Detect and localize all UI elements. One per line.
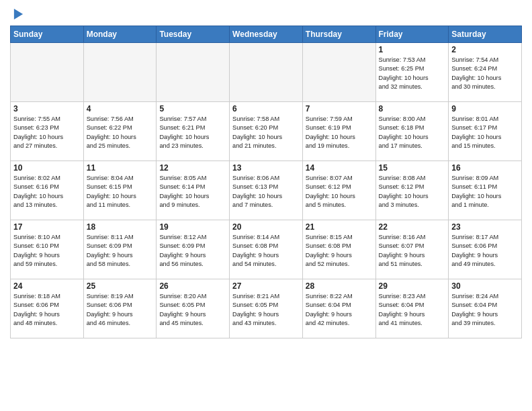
day-number: 15 (379, 163, 446, 173)
day-info: Sunrise: 7:55 AMSunset: 6:23 PMDaylight:… (13, 115, 81, 150)
weekday-header: Friday (375, 26, 449, 43)
day-info: Sunrise: 8:00 AMSunset: 6:18 PMDaylight:… (379, 115, 446, 150)
day-number: 11 (87, 163, 154, 173)
day-number: 22 (379, 222, 446, 232)
day-info: Sunrise: 8:19 AMSunset: 6:06 PMDaylight:… (87, 292, 154, 328)
day-number: 9 (451, 104, 519, 113)
day-info: Sunrise: 8:06 AMSunset: 6:13 PMDaylight:… (232, 174, 300, 210)
day-number: 2 (451, 45, 519, 54)
calendar-week-row: 10Sunrise: 8:02 AMSunset: 6:16 PMDayligh… (11, 161, 522, 220)
day-number: 7 (306, 104, 373, 113)
calendar-day: 6Sunrise: 7:58 AMSunset: 6:20 PMDaylight… (230, 102, 303, 161)
weekday-header: Wednesday (230, 26, 303, 43)
day-number: 12 (159, 163, 226, 173)
calendar-week-row: 1Sunrise: 7:53 AMSunset: 6:25 PMDaylight… (11, 43, 522, 102)
weekday-header: Tuesday (157, 26, 230, 43)
day-number: 17 (13, 222, 81, 232)
day-info: Sunrise: 8:10 AMSunset: 6:10 PMDaylight:… (13, 233, 81, 269)
day-info: Sunrise: 7:59 AMSunset: 6:19 PMDaylight:… (306, 115, 373, 150)
calendar-day: 14Sunrise: 8:07 AMSunset: 6:12 PMDayligh… (302, 161, 375, 220)
day-info: Sunrise: 8:23 AMSunset: 6:04 PMDaylight:… (379, 292, 446, 328)
day-info: Sunrise: 8:12 AMSunset: 6:09 PMDaylight:… (159, 233, 226, 269)
day-info: Sunrise: 8:15 AMSunset: 6:08 PMDaylight:… (306, 233, 373, 269)
calendar-day: 17Sunrise: 8:10 AMSunset: 6:10 PMDayligh… (11, 220, 84, 279)
calendar-day: 28Sunrise: 8:22 AMSunset: 6:04 PMDayligh… (302, 279, 375, 338)
weekday-header: Saturday (449, 26, 522, 43)
calendar-day: 4Sunrise: 7:56 AMSunset: 6:22 PMDaylight… (83, 102, 157, 161)
weekday-header: Monday (83, 26, 157, 43)
day-info: Sunrise: 8:01 AMSunset: 6:17 PMDaylight:… (451, 115, 519, 150)
day-number: 14 (306, 163, 373, 173)
calendar-day: 26Sunrise: 8:20 AMSunset: 6:05 PMDayligh… (157, 279, 230, 338)
calendar-day: 23Sunrise: 8:17 AMSunset: 6:06 PMDayligh… (449, 220, 522, 279)
day-number: 23 (451, 222, 519, 232)
day-number: 21 (306, 222, 373, 232)
calendar-day (157, 43, 230, 102)
calendar-day: 19Sunrise: 8:12 AMSunset: 6:09 PMDayligh… (157, 220, 230, 279)
day-number: 16 (451, 163, 519, 173)
svg-marker-0 (14, 9, 23, 19)
calendar-day: 21Sunrise: 8:15 AMSunset: 6:08 PMDayligh… (302, 220, 375, 279)
day-number: 27 (232, 281, 300, 291)
calendar-day: 1Sunrise: 7:53 AMSunset: 6:25 PMDaylight… (375, 43, 449, 102)
weekday-header: Thursday (302, 26, 375, 43)
day-number: 8 (379, 104, 446, 113)
calendar-day: 20Sunrise: 8:14 AMSunset: 6:08 PMDayligh… (230, 220, 303, 279)
day-number: 30 (451, 281, 519, 291)
day-number: 28 (306, 281, 373, 291)
day-info: Sunrise: 8:18 AMSunset: 6:06 PMDaylight:… (13, 292, 81, 328)
day-info: Sunrise: 8:24 AMSunset: 6:04 PMDaylight:… (451, 292, 519, 328)
day-info: Sunrise: 8:07 AMSunset: 6:12 PMDaylight:… (306, 174, 373, 210)
day-info: Sunrise: 7:58 AMSunset: 6:20 PMDaylight:… (232, 115, 300, 150)
day-info: Sunrise: 8:21 AMSunset: 6:05 PMDaylight:… (232, 292, 300, 328)
calendar-day: 13Sunrise: 8:06 AMSunset: 6:13 PMDayligh… (230, 161, 303, 220)
calendar-day (302, 43, 375, 102)
day-info: Sunrise: 7:54 AMSunset: 6:24 PMDaylight:… (451, 56, 519, 91)
header (10, 7, 522, 21)
logo (10, 7, 28, 21)
calendar-day: 24Sunrise: 8:18 AMSunset: 6:06 PMDayligh… (11, 279, 84, 338)
day-info: Sunrise: 7:56 AMSunset: 6:22 PMDaylight:… (87, 115, 154, 150)
calendar-body: 1Sunrise: 7:53 AMSunset: 6:25 PMDaylight… (11, 43, 522, 338)
calendar-header-row: SundayMondayTuesdayWednesdayThursdayFrid… (11, 26, 522, 43)
day-number: 10 (13, 163, 81, 173)
day-number: 25 (87, 281, 154, 291)
calendar-week-row: 3Sunrise: 7:55 AMSunset: 6:23 PMDaylight… (11, 102, 522, 161)
calendar-day: 18Sunrise: 8:11 AMSunset: 6:09 PMDayligh… (83, 220, 157, 279)
day-number: 29 (379, 281, 446, 291)
day-number: 6 (232, 104, 300, 113)
day-number: 13 (232, 163, 300, 173)
calendar-day: 2Sunrise: 7:54 AMSunset: 6:24 PMDaylight… (449, 43, 522, 102)
day-number: 1 (379, 45, 446, 54)
day-info: Sunrise: 8:02 AMSunset: 6:16 PMDaylight:… (13, 174, 81, 210)
day-number: 24 (13, 281, 81, 291)
calendar-day: 11Sunrise: 8:04 AMSunset: 6:15 PMDayligh… (83, 161, 157, 220)
day-number: 3 (13, 104, 81, 113)
day-number: 5 (159, 104, 226, 113)
day-info: Sunrise: 8:04 AMSunset: 6:15 PMDaylight:… (87, 174, 154, 210)
day-number: 18 (87, 222, 154, 232)
logo-icon (10, 7, 25, 21)
calendar-day: 16Sunrise: 8:09 AMSunset: 6:11 PMDayligh… (449, 161, 522, 220)
calendar-day: 10Sunrise: 8:02 AMSunset: 6:16 PMDayligh… (11, 161, 84, 220)
calendar-week-row: 17Sunrise: 8:10 AMSunset: 6:10 PMDayligh… (11, 220, 522, 279)
calendar: SundayMondayTuesdayWednesdayThursdayFrid… (10, 26, 522, 338)
page: SundayMondayTuesdayWednesdayThursdayFrid… (0, 0, 532, 345)
day-info: Sunrise: 8:05 AMSunset: 6:14 PMDaylight:… (159, 174, 226, 210)
day-info: Sunrise: 8:20 AMSunset: 6:05 PMDaylight:… (159, 292, 226, 328)
calendar-day: 5Sunrise: 7:57 AMSunset: 6:21 PMDaylight… (157, 102, 230, 161)
calendar-day (11, 43, 84, 102)
day-number: 19 (159, 222, 226, 232)
calendar-week-row: 24Sunrise: 8:18 AMSunset: 6:06 PMDayligh… (11, 279, 522, 338)
calendar-day: 8Sunrise: 8:00 AMSunset: 6:18 PMDaylight… (375, 102, 449, 161)
calendar-day: 27Sunrise: 8:21 AMSunset: 6:05 PMDayligh… (230, 279, 303, 338)
day-info: Sunrise: 8:16 AMSunset: 6:07 PMDaylight:… (379, 233, 446, 269)
calendar-day: 25Sunrise: 8:19 AMSunset: 6:06 PMDayligh… (83, 279, 157, 338)
day-info: Sunrise: 8:11 AMSunset: 6:09 PMDaylight:… (87, 233, 154, 269)
calendar-day: 12Sunrise: 8:05 AMSunset: 6:14 PMDayligh… (157, 161, 230, 220)
day-number: 20 (232, 222, 300, 232)
calendar-day: 29Sunrise: 8:23 AMSunset: 6:04 PMDayligh… (375, 279, 449, 338)
day-number: 4 (87, 104, 154, 113)
day-info: Sunrise: 8:09 AMSunset: 6:11 PMDaylight:… (451, 174, 519, 210)
calendar-day: 15Sunrise: 8:08 AMSunset: 6:12 PMDayligh… (375, 161, 449, 220)
